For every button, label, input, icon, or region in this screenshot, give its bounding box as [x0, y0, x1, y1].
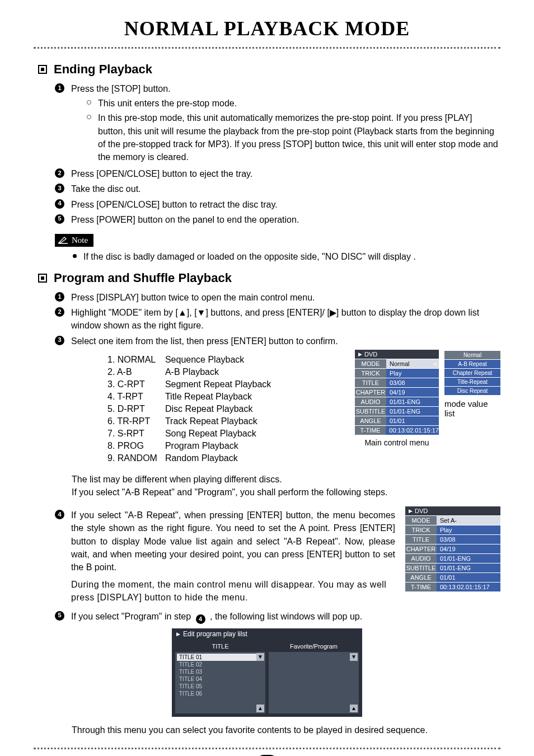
step-text: If you select "A-B Repeat", when pressin… — [71, 509, 395, 574]
program-editor-window: ▶ Edit program play lilst TITLE TITLE 01… — [172, 628, 362, 717]
step-text: Press [POWER] button on the panel to end… — [71, 213, 299, 226]
mode-row: 8. PROGProgram Playback — [107, 440, 278, 452]
osd-set-a-menu: ▶ DVD MODESet A-TRICKPlayTITLE03/08CHAPT… — [405, 506, 500, 606]
osd-row: T-TIME00:13:02.01:15:17 — [405, 582, 500, 591]
scroll-down-icon[interactable]: ▼ — [256, 653, 264, 661]
scroll-up-icon[interactable]: ▲ — [350, 705, 358, 712]
osd-row: SUBTITLE01/01-ENG — [355, 406, 439, 416]
step-extra-text: During the moment, the main control menu… — [71, 578, 395, 604]
mode-list-table: 1. NORMALSequence Playback2. A-BA-B Play… — [106, 353, 279, 465]
program-title-listbox[interactable]: TITLE 01TITLE 02TITLE 03TITLE 04TITLE 05… — [175, 652, 265, 713]
mode-value-item[interactable]: A-B Repeat — [444, 360, 500, 369]
note-line: If the disc is badly damaged or loaded o… — [73, 250, 500, 263]
osd-value: 01/01-ENG — [386, 406, 439, 416]
osd-value: Play — [386, 368, 439, 378]
mode-value-list-caption: mode value list — [444, 399, 500, 418]
paragraph: The list may be different when playing d… — [72, 473, 500, 486]
program-col-title-left: TITLE — [175, 642, 265, 652]
osd-label: CHAPTER — [405, 544, 437, 553]
mode-key: 9. RANDOM — [107, 453, 164, 464]
osd-label: CHAPTER — [355, 387, 386, 397]
mode-value-item[interactable]: Normal — [444, 351, 500, 360]
program-title-item[interactable]: TITLE 06 — [177, 690, 264, 697]
step-5: 5 Press [POWER] button on the panel to e… — [55, 213, 500, 226]
osd-value: 01/01 — [386, 416, 439, 425]
osd-value: 00:13:02.01:15:17 — [386, 425, 439, 435]
step-number-icon: 4 — [55, 510, 64, 519]
sub-text: This unit enters the pre-stop mode. — [98, 97, 237, 110]
osd-row: TITLE03/08 — [405, 534, 500, 544]
osd-row: MODESet A- — [405, 515, 500, 525]
step-4: 4 If you select "A-B Repeat", when press… — [55, 509, 395, 604]
program-title-item[interactable]: TITLE 02 — [177, 661, 264, 668]
step-3: 3 Take the disc out. — [55, 182, 500, 195]
osd-value: 03/08 — [437, 534, 500, 544]
mode-value-item[interactable]: Title-Repeat — [444, 378, 500, 387]
osd-value: 04/19 — [386, 387, 439, 397]
divider-top — [34, 47, 500, 49]
mode-desc: Title Repeat Playback — [165, 391, 278, 402]
mode-desc: Random Playback — [165, 453, 278, 464]
mode-value-item[interactable]: Chapter Repeat — [444, 369, 500, 378]
osd-row: TRICKPlay — [405, 525, 500, 534]
mode-desc: Disc Repeat Playback — [165, 403, 278, 415]
osd-label: SUBTITLE — [405, 563, 437, 572]
osd-value: 00:13:02.01:15:17 — [437, 582, 500, 591]
program-favorite-listbox[interactable]: ▼ ▲ — [269, 652, 359, 713]
left-arrow-icon: ◀ — [433, 361, 437, 367]
program-title-item[interactable]: TITLE 03 — [177, 668, 264, 675]
play-triangle-icon: ▶ — [358, 351, 362, 357]
mode-desc: Sequence Playback — [165, 354, 278, 365]
osd-row: CHAPTER04/19 — [405, 544, 500, 553]
mode-key: 5. D-RPT — [107, 403, 164, 415]
mode-key: 4. T-RPT — [107, 391, 164, 402]
step-text: Take the disc out. — [71, 182, 141, 195]
section-bullet-icon — [38, 65, 47, 74]
osd-label: AUDIO — [355, 397, 386, 406]
osd-header: ▶ DVD — [355, 350, 439, 359]
osd-row: AUDIO01/01-ENG — [355, 397, 439, 406]
scroll-down-icon[interactable]: ▼ — [350, 653, 358, 661]
step-text: Press the [STOP] button. — [71, 82, 500, 95]
divider-bottom — [34, 748, 500, 749]
osd-value: 01/01-ENG — [437, 553, 500, 563]
osd-label: TRICK — [405, 525, 437, 534]
play-triangle-icon: ▶ — [176, 631, 180, 637]
program-title-item[interactable]: TITLE 04 — [177, 675, 264, 683]
osd-label: TITLE — [405, 534, 437, 544]
osd-value: 03/08 — [386, 378, 439, 387]
step-2: 2 Press [OPEN/CLOSE] button to eject the… — [55, 167, 500, 180]
step-text: Select one item from the list, then pres… — [71, 335, 338, 348]
hollow-bullet-icon — [87, 100, 91, 105]
final-line: Through this menu you can select you fav… — [72, 724, 500, 736]
step-text: Press [OPEN/CLOSE] button to eject the t… — [71, 167, 252, 180]
osd-label: T-TIME — [355, 425, 386, 435]
osd-label: TITLE — [355, 378, 386, 387]
heading-ending-playback: Ending Playback — [38, 62, 500, 77]
mode-value-item[interactable]: Disc Repeat — [444, 387, 500, 396]
step-3: 3 Select one item from the list, then pr… — [55, 335, 500, 348]
step-number-icon: 2 — [55, 168, 64, 178]
step-number-icon: 3 — [55, 336, 64, 345]
step5-post: , the following list windows will pop up… — [208, 612, 363, 621]
program-title-item[interactable]: TITLE 05 — [177, 683, 264, 690]
osd-caption: Main control menu — [355, 438, 439, 447]
step-text: Press [OPEN/CLOSE] button to retract the… — [71, 198, 278, 211]
play-triangle-icon: ▶ — [409, 508, 413, 514]
step-number-icon: 2 — [55, 307, 64, 317]
mode-row: 1. NORMALSequence Playback — [107, 354, 278, 365]
step-number-icon: 1 — [55, 83, 64, 93]
step-text: Highlight "MODE" item by [▲], [▼] button… — [71, 306, 500, 332]
osd-header-text: DVD — [415, 508, 428, 514]
mode-row: 3. C-RPTSegment Repeat Playback — [107, 379, 278, 390]
osd-row: TRICKPlay — [355, 368, 439, 378]
osd-label: TRICK — [355, 368, 386, 378]
mode-desc: Program Playback — [165, 440, 278, 452]
step-4: 4 Press [OPEN/CLOSE] button to retract t… — [55, 198, 500, 211]
scroll-up-icon[interactable]: ▲ — [256, 705, 264, 712]
program-title-item[interactable]: TITLE 01 — [177, 654, 264, 661]
sub-bullet: In this pre-stop mode, this unit automat… — [87, 111, 500, 163]
osd-row: AUDIO01/01-ENG — [405, 553, 500, 563]
step-5: 5 If you select "Program" in step 4 , th… — [55, 610, 500, 623]
heading-program-shuffle: Program and Shuffle Playback — [38, 271, 500, 285]
